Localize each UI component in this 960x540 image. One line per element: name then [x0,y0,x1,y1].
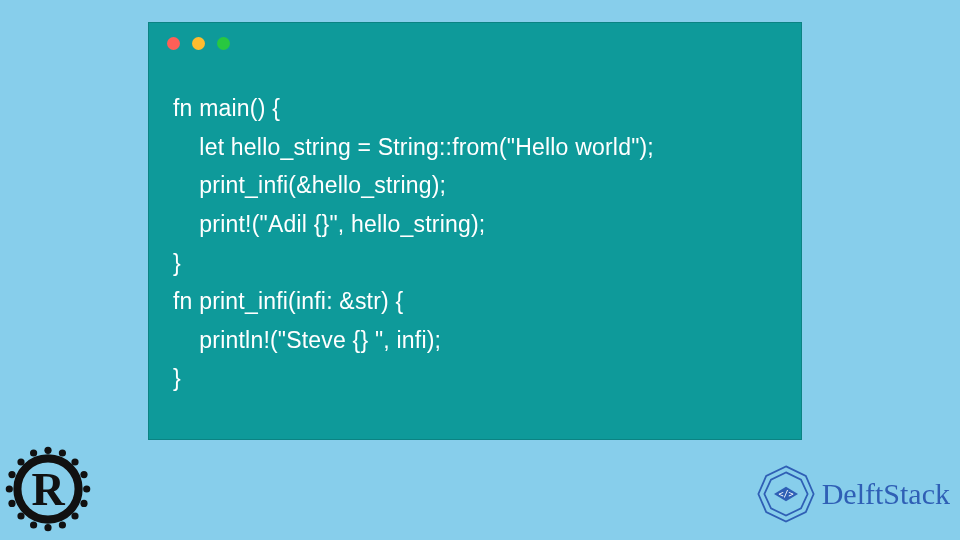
window-titlebar [149,23,801,56]
window-minimize-dot [192,37,205,50]
svg-text:</>: </> [778,489,793,499]
rust-logo: R [3,444,93,534]
code-window: fn main() { let hello_string = String::f… [148,22,802,440]
code-block: fn main() { let hello_string = String::f… [149,79,801,416]
delftstack-logo: </> DelftStack [756,464,950,524]
window-close-dot [167,37,180,50]
window-zoom-dot [217,37,230,50]
delftstack-emblem-icon: </> [756,464,816,524]
delftstack-text: DelftStack [822,477,950,511]
rust-letter: R [3,444,93,534]
